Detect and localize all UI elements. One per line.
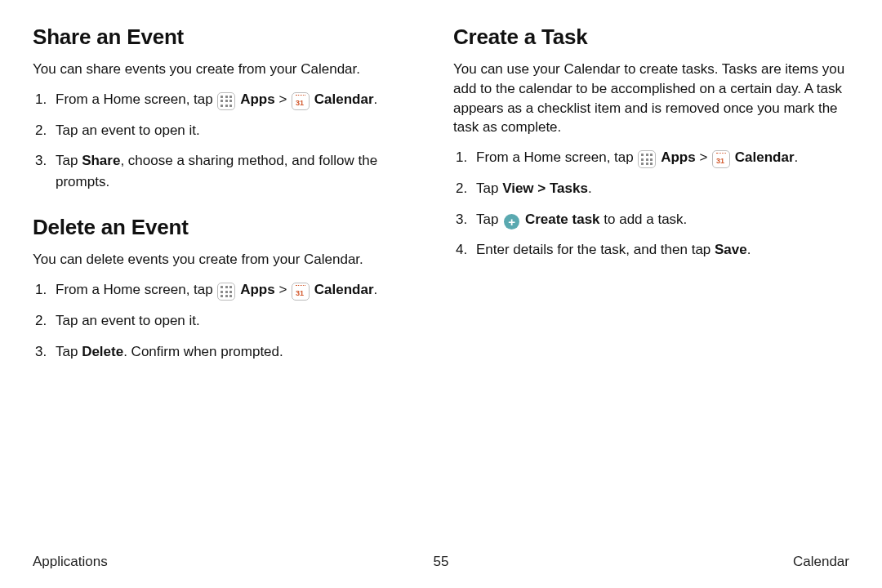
calendar-icon: [712, 150, 730, 168]
calendar-icon: [292, 283, 310, 301]
footer-left: Applications: [33, 554, 108, 570]
heading-delete-event: Delete an Event: [33, 215, 429, 240]
page-footer: Applications 55 Calendar: [0, 554, 882, 570]
heading-create-task: Create a Task: [453, 24, 849, 50]
list-item: Tap an event to open it.: [51, 120, 429, 141]
steps-create-task: From a Home screen, tap Apps > Calendar.…: [453, 147, 849, 261]
plus-circle-icon: +: [504, 214, 519, 229]
list-item: Tap View > Tasks.: [471, 178, 849, 199]
list-item: From a Home screen, tap Apps > Calendar.: [51, 89, 429, 110]
calendar-icon: [292, 92, 310, 110]
list-item: Enter details for the task, and then tap…: [471, 239, 849, 261]
list-item: Tap Share, choose a sharing method, and …: [51, 150, 429, 192]
list-item: Tap Delete. Confirm when prompted.: [51, 341, 429, 363]
heading-share-event: Share an Event: [33, 24, 429, 50]
apps-icon: [638, 150, 656, 168]
right-column: Create a Task You can use your Calendar …: [453, 24, 849, 531]
steps-share-event: From a Home screen, tap Apps > Calendar.…: [33, 89, 429, 193]
list-item: Tap an event to open it.: [51, 310, 429, 332]
apps-icon: [217, 92, 235, 110]
list-item: From a Home screen, tap Apps > Calendar.: [51, 279, 429, 301]
list-item: Tap + Create task to add a task.: [471, 209, 849, 230]
steps-delete-event: From a Home screen, tap Apps > Calendar.…: [33, 279, 429, 362]
intro-delete-event: You can delete events you create from yo…: [33, 250, 429, 270]
intro-create-task: You can use your Calendar to create task…: [453, 60, 849, 137]
page-number: 55: [434, 554, 449, 570]
list-item: From a Home screen, tap Apps > Calendar.: [471, 147, 849, 168]
left-column: Share an Event You can share events you …: [33, 24, 429, 531]
footer-right: Calendar: [793, 554, 849, 570]
apps-icon: [217, 283, 235, 301]
intro-share-event: You can share events you create from you…: [33, 60, 429, 79]
